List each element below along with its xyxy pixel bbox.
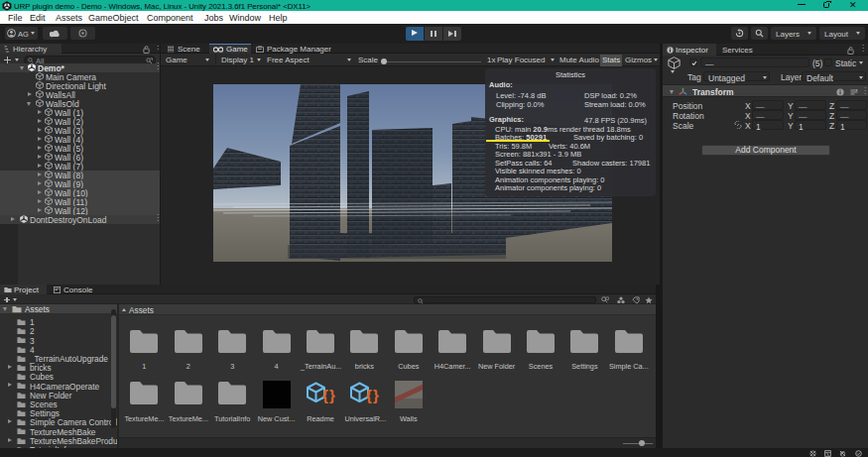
svg-text:{: { xyxy=(322,387,328,403)
svg-text:{: { xyxy=(366,387,372,403)
svg-text:}: } xyxy=(373,387,379,403)
svg-text:}: } xyxy=(329,387,335,403)
